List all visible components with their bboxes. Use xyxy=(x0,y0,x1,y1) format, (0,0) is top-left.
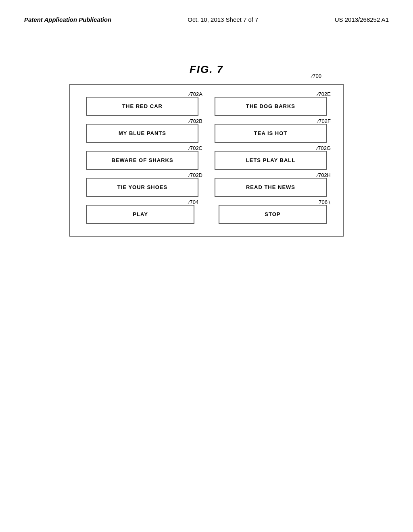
callout-label-704: ∕704 xyxy=(189,199,198,205)
publication-title: Patent Application Publication xyxy=(24,16,111,23)
page-header: Patent Application Publication Oct. 10, … xyxy=(0,0,413,31)
stop-button[interactable]: STOP xyxy=(219,205,327,224)
phrase-button-702H[interactable]: READ THE NEWS xyxy=(215,178,327,197)
figure-label: FIG. 7 xyxy=(190,63,223,75)
phrase-button-702B[interactable]: MY BLUE PANTS xyxy=(86,124,198,143)
phrase-button-702C[interactable]: BEWARE OF SHARKS xyxy=(86,151,198,170)
publication-number: US 2013/268252 A1 xyxy=(335,16,389,23)
publication-date: Oct. 10, 2013 Sheet 7 of 7 xyxy=(188,16,258,23)
phrase-button-702G[interactable]: LETS PLAY BALL xyxy=(215,151,327,170)
diagram-container: ∕700 THE RED CAR ∕702A THE DOG BARKS ∕70… xyxy=(69,84,344,237)
button-grid: THE RED CAR ∕702A THE DOG BARKS ∕702E MY… xyxy=(86,97,327,197)
phrase-button-702F[interactable]: TEA IS HOT xyxy=(215,124,327,143)
phrase-button-702D[interactable]: TIE YOUR SHOES xyxy=(86,178,198,197)
callout-label-702D: ∕702D xyxy=(189,172,202,178)
button-cell-702F: TEA IS HOT ∕702F xyxy=(215,124,327,143)
diagram-id-label: 700 xyxy=(313,73,321,79)
button-cell-702D: TIE YOUR SHOES ∕702D xyxy=(86,178,198,197)
figure-box: THE RED CAR ∕702A THE DOG BARKS ∕702E MY… xyxy=(69,84,344,237)
callout-label-702H: ∕702H xyxy=(317,172,331,178)
callout-label-702E: ∕702E xyxy=(317,91,331,97)
callout-label-702B: ∕702B xyxy=(189,118,202,124)
button-cell-702C: BEWARE OF SHARKS ∕702C xyxy=(86,151,198,170)
button-cell-702E: THE DOG BARKS ∕702E xyxy=(215,97,327,116)
callout-label-702G: ∕702G xyxy=(317,145,331,151)
callout-label-706: 706∖ xyxy=(319,199,331,205)
bottom-row: PLAY ∕704 STOP 706∖ xyxy=(86,205,327,224)
play-button[interactable]: PLAY xyxy=(86,205,194,224)
stop-cell: STOP 706∖ xyxy=(219,205,327,224)
button-cell-702B: MY BLUE PANTS ∕702B xyxy=(86,124,198,143)
callout-700: ∕700 xyxy=(312,73,321,79)
callout-label-702C: ∕702C xyxy=(189,145,202,151)
callout-label-702A: ∕702A xyxy=(189,91,202,97)
phrase-button-702E[interactable]: THE DOG BARKS xyxy=(215,97,327,116)
callout-label-702F: ∕702F xyxy=(318,118,331,124)
figure-label-area: FIG. 7 xyxy=(0,31,413,84)
button-cell-702H: READ THE NEWS ∕702H xyxy=(215,178,327,197)
button-cell-702G: LETS PLAY BALL ∕702G xyxy=(215,151,327,170)
phrase-button-702A[interactable]: THE RED CAR xyxy=(86,97,198,116)
button-cell-702A: THE RED CAR ∕702A xyxy=(86,97,198,116)
play-cell: PLAY ∕704 xyxy=(86,205,194,224)
